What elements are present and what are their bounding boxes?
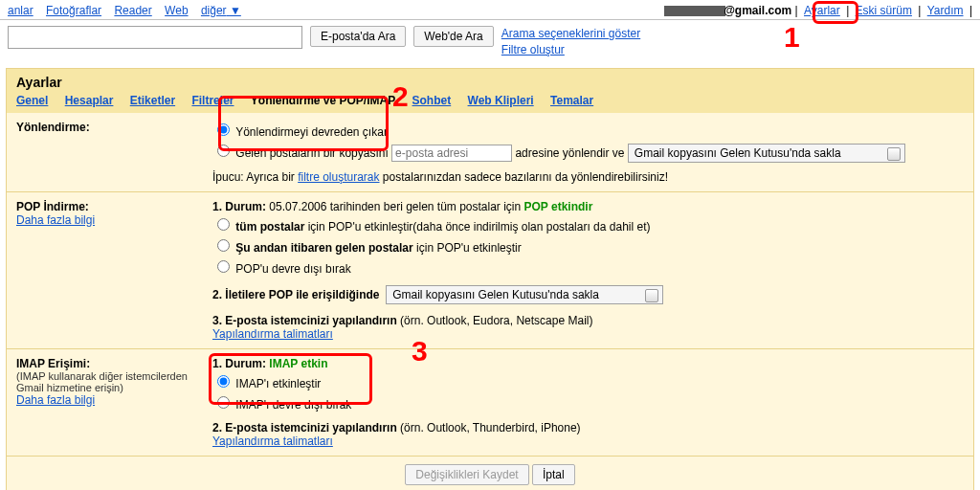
settings-tabs: Genel Hesaplar Etiketler Filtreler Yönle… <box>16 92 964 109</box>
link-eski-surum[interactable]: Eski sürüm <box>856 4 912 17</box>
cancel-button[interactable]: İptal <box>532 464 575 485</box>
fw-email-input[interactable] <box>391 145 512 162</box>
pop-label: POP İndirme: <box>16 200 212 213</box>
tab-web-klipleri[interactable]: Web Klipleri <box>468 94 534 107</box>
imap-status-line: 1. Durum: IMAP etkin <box>212 357 964 370</box>
search-side-links: Arama seçeneklerini göster Filtre oluştu… <box>501 26 640 58</box>
link-advanced-search[interactable]: Arama seçeneklerini göster <box>501 27 640 40</box>
tab-hesaplar[interactable]: Hesaplar <box>65 94 114 107</box>
pop-opt-now[interactable]: Şu andan itibaren gelen postalar için PO… <box>212 236 964 255</box>
nav-diger[interactable]: diğer ▼ <box>201 4 241 17</box>
pop-opt-off[interactable]: POP'u devre dışı bırak <box>212 257 964 276</box>
search-mail-button[interactable]: E-posta'da Ara <box>310 26 406 47</box>
link-create-filter[interactable]: Filtre oluştur <box>501 43 565 56</box>
tab-etiketler[interactable]: Etiketler <box>130 94 175 107</box>
forwarding-label: Yönlendirme: <box>16 121 90 134</box>
tab-temalar[interactable]: Temalar <box>550 94 593 107</box>
pop-configure-line: 3. E-posta istemcinizi yapılandırın (örn… <box>212 314 964 341</box>
settings-footer: Değişiklikleri Kaydet İptal <box>7 456 973 490</box>
top-nav-right: @gmail.com | Ayarlar | Eski sürüm | Yard… <box>664 4 972 17</box>
imap-config-link[interactable]: Yapılandırma talimatları <box>212 434 333 448</box>
pop-access-line: 2. İletilere POP ile erişildiğinde Gmail… <box>212 285 964 304</box>
imap-label: IMAP Erişimi: <box>16 357 212 370</box>
nav-fotograflar[interactable]: Fotoğraflar <box>46 4 101 17</box>
imap-configure-line: 2. E-posta istemcinizi yapılandırın (örn… <box>212 421 964 448</box>
pop-config-link[interactable]: Yapılandırma talimatları <box>212 327 333 341</box>
imap-opt-off[interactable]: IMAP'ı devre dışı bırak <box>212 393 964 412</box>
pop-opt-all[interactable]: tüm postalar için POP'u etkinleştir(daha… <box>212 215 964 234</box>
imap-sublabel: (IMAP kullanarak diğer istemcilerden Gma… <box>16 370 212 393</box>
pop-keep-select[interactable]: Gmail kopyasını Gelen Kutusu'nda sakla <box>386 285 663 304</box>
top-nav-left: anlar Fotoğraflar Reader Web diğer ▼ <box>8 4 251 17</box>
masked-email-prefix <box>664 6 725 16</box>
search-web-button[interactable]: Web'de Ara <box>413 26 493 47</box>
tab-genel[interactable]: Genel <box>16 94 48 107</box>
tab-filtreler[interactable]: Filtreler <box>191 94 234 107</box>
email-suffix: @gmail.com <box>724 4 791 17</box>
link-yardim[interactable]: Yardım <box>927 4 964 17</box>
search-row: E-posta'da Ara Web'de Ara Arama seçenekl… <box>0 20 980 68</box>
fw-opt-copy[interactable]: Gelen postaların bir kopyasını adresine … <box>212 142 964 163</box>
fw-hint: İpucu: Ayrıca bir filtre oluşturarak pos… <box>212 170 964 184</box>
nav-web[interactable]: Web <box>165 4 188 17</box>
nav-reader[interactable]: Reader <box>114 4 151 17</box>
fw-opt-disable[interactable]: Yönlendirmeyi devreden çıkar <box>212 121 964 139</box>
fw-keep-select[interactable]: Gmail kopyasını Gelen Kutusu'nda sakla <box>628 144 905 163</box>
section-forwarding: Yönlendirme: Yönlendirmeyi devreden çıka… <box>7 113 973 191</box>
settings-header: Ayarlar Genel Hesaplar Etiketler Filtrel… <box>7 69 973 113</box>
settings-title: Ayarlar <box>16 75 964 90</box>
save-button[interactable]: Değişiklikleri Kaydet <box>405 464 528 485</box>
pop-more-link[interactable]: Daha fazla bilgi <box>16 213 95 227</box>
imap-more-link[interactable]: Daha fazla bilgi <box>16 393 95 407</box>
pop-status-line: 1. Durum: 05.07.2006 tarihinden beri gel… <box>212 200 964 213</box>
link-ayarlar[interactable]: Ayarlar <box>804 4 840 17</box>
tab-sohbet[interactable]: Sohbet <box>412 94 452 107</box>
fw-hint-filter-link[interactable]: filtre oluşturarak <box>298 170 379 184</box>
settings-panel: Ayarlar Genel Hesaplar Etiketler Filtrel… <box>6 68 974 490</box>
search-input[interactable] <box>8 26 302 49</box>
nav-anlar[interactable]: anlar <box>8 4 33 17</box>
tab-forwarding-pop-imap[interactable]: Yönlendirme ve POP/IMAP <box>251 94 395 107</box>
caret-down-icon: ▼ <box>230 4 241 17</box>
imap-opt-on[interactable]: IMAP'ı etkinleştir <box>212 372 964 390</box>
section-pop: POP İndirme: Daha fazla bilgi 1. Durum: … <box>7 191 973 348</box>
top-bar: anlar Fotoğraflar Reader Web diğer ▼ @gm… <box>0 0 980 20</box>
section-imap: IMAP Erişimi: (IMAP kullanarak diğer ist… <box>7 348 973 456</box>
